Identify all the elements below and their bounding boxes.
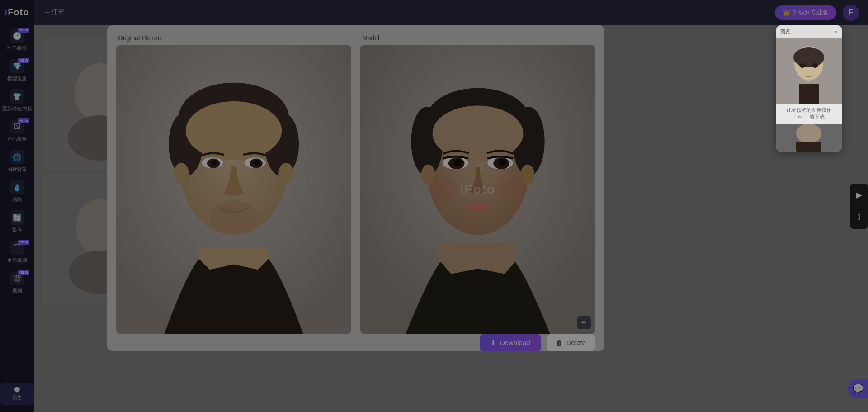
svg-rect-52 <box>799 84 819 104</box>
preview-popup-title: 预览 <box>780 28 791 36</box>
preview-popup: 预览 × 此处预览的图像仅作 Fake，请下载 <box>776 25 842 152</box>
preview-popup-image <box>776 38 842 104</box>
svg-point-54 <box>796 124 821 143</box>
preview-popup-header: 预览 × <box>776 25 842 38</box>
preview-popup-description: 此处预览的图像仅作 Fake，请下载 <box>776 104 842 124</box>
svg-point-51 <box>812 63 818 68</box>
svg-point-50 <box>799 63 806 68</box>
svg-point-49 <box>793 47 824 67</box>
svg-rect-55 <box>796 142 821 152</box>
modal-overlay <box>0 0 868 412</box>
preview-popup-close-button[interactable]: × <box>835 29 838 35</box>
preview-popup-sub-image <box>776 124 842 152</box>
